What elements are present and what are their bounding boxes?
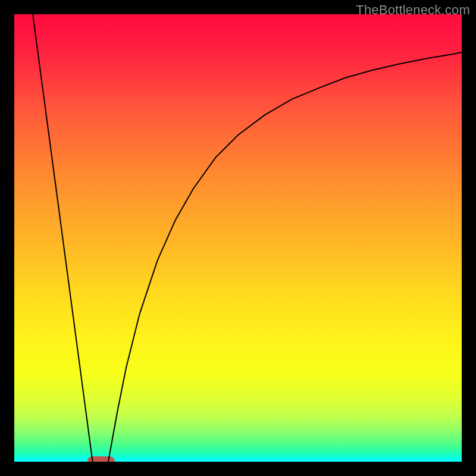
curve-falling-line xyxy=(32,14,93,462)
curve-rising-curve xyxy=(108,52,462,462)
chart-container: TheBottleneck.com xyxy=(0,0,476,476)
plot-area xyxy=(14,14,462,462)
bottleneck-curve-plot xyxy=(14,14,462,462)
watermark-text: TheBottleneck.com xyxy=(356,2,470,18)
